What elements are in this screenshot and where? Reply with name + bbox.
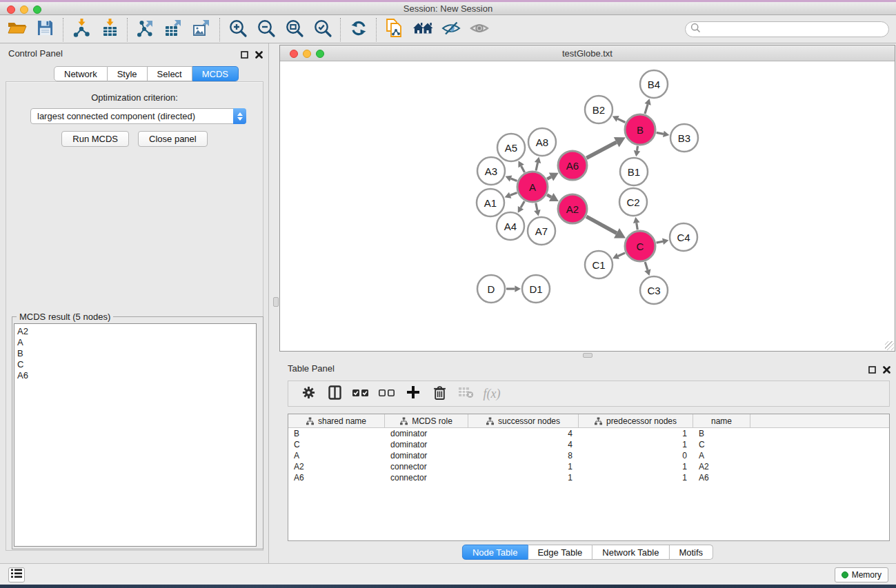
node-A5[interactable]: A5 (497, 134, 525, 161)
tab-network[interactable]: Network (54, 66, 108, 81)
edge-A-A5[interactable] (518, 161, 524, 172)
node-A2[interactable]: A2 (558, 194, 587, 223)
result-item-a6[interactable]: A6 (14, 370, 256, 381)
column-header-shared-name[interactable]: shared name (288, 414, 385, 428)
close-panel-button[interactable]: Close panel (138, 131, 208, 147)
float-panel-icon[interactable] (241, 49, 248, 61)
cell[interactable]: 0 (579, 450, 693, 461)
cell[interactable]: A2 (693, 461, 750, 472)
node-A8[interactable]: A8 (528, 128, 556, 156)
zoom-window-button[interactable] (33, 6, 41, 14)
show-columns-button[interactable] (321, 383, 348, 404)
node-table[interactable]: shared nameMCDS rolesuccessor nodesprede… (288, 414, 890, 541)
result-item-b[interactable]: B (14, 348, 256, 359)
edge-A-A7[interactable] (534, 203, 540, 216)
edge-C-C4[interactable] (657, 238, 669, 244)
cell[interactable]: A2 (288, 461, 385, 472)
close-panel-icon[interactable] (883, 364, 890, 376)
cell[interactable]: C (693, 439, 750, 450)
node-A1[interactable]: A1 (477, 189, 504, 216)
cell[interactable]: connector (385, 461, 468, 472)
edge-D-D1[interactable] (506, 285, 521, 292)
deselect-all-button[interactable] (374, 383, 400, 404)
edge-A-A8[interactable] (535, 157, 541, 171)
task-history-button[interactable] (8, 567, 25, 582)
horizontal-splitter-handle[interactable] (583, 353, 593, 358)
edge-A6-B[interactable] (586, 137, 625, 158)
mcds-result-list[interactable]: A2ABCA6 (14, 323, 257, 547)
cell[interactable]: 8 (468, 450, 579, 461)
export-network-button[interactable] (131, 17, 159, 42)
edge-B-B2[interactable] (613, 116, 626, 123)
toolbar-search-field[interactable] (685, 21, 889, 37)
column-header-predecessor-nodes[interactable]: predecessor nodes (579, 414, 693, 428)
zoom-out-button[interactable] (252, 17, 280, 42)
cell[interactable]: 1 (468, 472, 579, 483)
tab-style[interactable]: Style (108, 66, 148, 81)
result-list-scrollbar[interactable] (256, 324, 257, 546)
cell[interactable]: A6 (693, 472, 750, 483)
table-row[interactable]: A6connector11A6 (288, 472, 889, 483)
close-network-window-button[interactable] (290, 50, 298, 58)
memory-button[interactable]: Memory (835, 567, 888, 582)
select-all-button[interactable] (348, 383, 374, 404)
node-B2[interactable]: B2 (585, 96, 613, 123)
edge-A-A2[interactable] (547, 193, 559, 201)
cell[interactable]: 1 (468, 461, 579, 472)
minimize-window-button[interactable] (20, 6, 28, 14)
edge-A-A1[interactable] (505, 192, 517, 199)
save-session-button[interactable] (31, 17, 59, 42)
node-D[interactable]: D (477, 275, 505, 303)
node-C1[interactable]: C1 (585, 251, 613, 278)
export-image-button[interactable] (188, 17, 216, 42)
cell[interactable]: dominator (385, 428, 468, 439)
delete-table-button[interactable] (452, 383, 479, 404)
tab-network-table[interactable]: Network Table (593, 545, 669, 560)
network-canvas[interactable]: AA1A2A3A4A5A6A7A8BB1B2B3B4CC1C2C3C4DD1 (280, 62, 895, 351)
clone-network-button[interactable] (380, 17, 408, 42)
node-B1[interactable]: B1 (620, 158, 648, 185)
create-column-button[interactable] (400, 383, 426, 404)
cell[interactable]: A (288, 450, 385, 461)
cell[interactable]: C (288, 439, 385, 450)
tab-select[interactable]: Select (148, 66, 192, 81)
window-resize-grip[interactable] (885, 341, 894, 350)
edge-B-B3[interactable] (657, 131, 670, 137)
node-C[interactable]: C (625, 231, 655, 261)
edge-A-A4[interactable] (518, 201, 524, 213)
cell[interactable]: B (288, 428, 385, 439)
node-A6[interactable]: A6 (558, 151, 587, 180)
table-settings-button[interactable] (295, 383, 321, 404)
optimization-criterion-select[interactable]: largest connected component (directed) (30, 108, 246, 124)
import-network-button[interactable] (67, 17, 95, 42)
function-builder-button[interactable]: f(x) (479, 383, 505, 404)
edge-A-A3[interactable] (506, 175, 517, 181)
minimize-network-window-button[interactable] (303, 50, 311, 58)
edge-B-B4[interactable] (645, 99, 651, 114)
node-C2[interactable]: C2 (619, 188, 647, 216)
cell[interactable]: A6 (288, 472, 385, 483)
edge-B-B1[interactable] (634, 146, 640, 156)
column-header-MCDS-role[interactable]: MCDS role (385, 414, 468, 428)
node-A7[interactable]: A7 (528, 217, 555, 245)
node-A4[interactable]: A4 (497, 212, 524, 240)
node-C4[interactable]: C4 (670, 223, 697, 251)
export-table-button[interactable] (159, 17, 188, 42)
result-item-c[interactable]: C (14, 359, 256, 370)
cell[interactable]: connector (385, 472, 468, 483)
zoom-in-button[interactable] (223, 17, 252, 42)
edge-C-C3[interactable] (644, 262, 650, 276)
table-row[interactable]: Bdominator41B (288, 428, 889, 439)
cell[interactable]: 1 (579, 472, 693, 483)
zoom-fit-button[interactable] (280, 17, 308, 42)
close-window-button[interactable] (7, 6, 15, 14)
delete-column-button[interactable] (426, 383, 452, 404)
node-C3[interactable]: C3 (640, 276, 668, 304)
run-mcds-button[interactable]: Run MCDS (61, 131, 129, 147)
show-graphics-button[interactable] (465, 17, 493, 42)
edge-C-C2[interactable] (633, 217, 639, 230)
tab-node-table[interactable]: Node Table (462, 545, 528, 560)
cell[interactable]: A (693, 450, 750, 461)
hide-graphics-button[interactable] (437, 17, 465, 42)
tab-motifs[interactable]: Motifs (669, 545, 713, 560)
